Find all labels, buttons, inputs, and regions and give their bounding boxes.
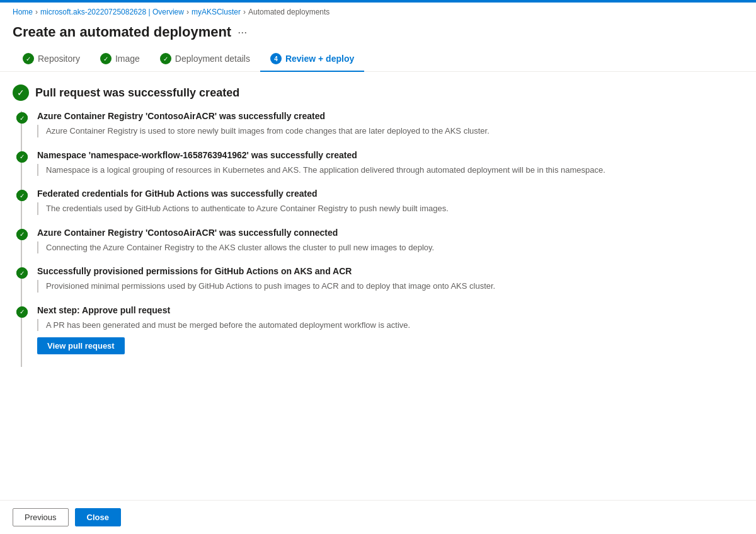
page-title: Create an automated deployment — [13, 24, 231, 40]
acr-connected-desc: Connecting the Azure Container Registry … — [37, 241, 743, 254]
namespace-created-desc: Namespace is a logical grouping of resou… — [37, 164, 743, 177]
page-header: Create an automated deployment ··· — [0, 19, 756, 48]
previous-button[interactable]: Previous — [13, 508, 69, 526]
main-status-check-icon: ✓ — [13, 84, 29, 101]
tab-image-check-icon: ✓ — [100, 53, 112, 64]
namespace-created-dot-icon: ✓ — [16, 151, 28, 163]
main-status: ✓ Pull request was successfully created — [13, 84, 743, 101]
breadcrumb-myakscluster[interactable]: myAKSCluster — [192, 8, 241, 16]
timeline-item-permissions-provisioned: ✓ Successfully provisioned permissions f… — [37, 266, 743, 293]
tab-image-label: Image — [115, 54, 140, 64]
main-status-text: Pull request was successfully created — [35, 86, 239, 100]
permissions-provisioned-dot-icon: ✓ — [16, 267, 28, 279]
breadcrumb: Home › microsoft.aks-20220725082628 | Ov… — [0, 3, 756, 19]
next-step-title: Next step: Approve pull request — [37, 305, 743, 315]
federated-created-desc: The credentials used by GitHub Actions t… — [37, 202, 743, 215]
namespace-created-title: Namespace 'namespace-workflow-1658763941… — [37, 150, 743, 160]
acr-created-desc: Azure Container Registry is used to stor… — [37, 125, 743, 137]
timeline-item-acr-created: ✓ Azure Container Registry 'ContosoAirAC… — [37, 111, 743, 137]
tab-review-deploy-label: Review + deploy — [285, 54, 354, 64]
tab-deployment-details-label: Deployment details — [175, 54, 250, 64]
breadcrumb-current: Automated deployments — [248, 8, 329, 16]
permissions-provisioned-title: Successfully provisioned permissions for… — [37, 266, 743, 276]
breadcrumb-cluster-overview[interactable]: microsoft.aks-20220725082628 | Overview — [40, 8, 184, 16]
breadcrumb-home[interactable]: Home — [13, 8, 33, 16]
tab-repository-label: Repository — [38, 54, 80, 64]
tab-repository[interactable]: ✓ Repository — [13, 48, 90, 72]
footer: Previous Close — [0, 500, 756, 534]
timeline-item-next-step: ✓ Next step: Approve pull request A PR h… — [37, 305, 743, 355]
view-pull-request-button[interactable]: View pull request — [37, 337, 125, 354]
acr-created-dot-icon: ✓ — [16, 112, 28, 124]
permissions-provisioned-desc: Provisioned minimal permissions used by … — [37, 280, 743, 293]
content-area: ✓ Pull request was successfully created … — [0, 72, 756, 500]
tab-deployment-check-icon: ✓ — [160, 53, 171, 64]
close-button[interactable]: Close — [75, 508, 121, 526]
next-step-desc: A PR has been generated and must be merg… — [37, 319, 743, 332]
timeline: ✓ Azure Container Registry 'ContosoAirAC… — [21, 111, 743, 367]
timeline-item-acr-connected: ✓ Azure Container Registry 'ContosoAirAC… — [37, 228, 743, 254]
federated-created-title: Federated credentials for GitHub Actions… — [37, 189, 743, 199]
acr-connected-dot-icon: ✓ — [16, 229, 28, 240]
tab-image[interactable]: ✓ Image — [90, 48, 150, 72]
federated-created-dot-icon: ✓ — [16, 190, 28, 201]
more-options-icon[interactable]: ··· — [238, 26, 247, 39]
tab-repository-check-icon: ✓ — [23, 53, 34, 64]
tab-review-deploy[interactable]: 4 Review + deploy — [260, 48, 364, 72]
next-step-dot-icon: ✓ — [16, 306, 28, 318]
tab-review-num-icon: 4 — [270, 53, 282, 64]
timeline-item-federated-created: ✓ Federated credentials for GitHub Actio… — [37, 189, 743, 215]
tab-deployment-details[interactable]: ✓ Deployment details — [150, 48, 260, 72]
tabs-container: ✓ Repository ✓ Image ✓ Deployment detail… — [0, 48, 756, 72]
acr-created-title: Azure Container Registry 'ContosoAirACR'… — [37, 111, 743, 121]
acr-connected-title: Azure Container Registry 'ContosoAirACR'… — [37, 228, 743, 238]
timeline-item-namespace-created: ✓ Namespace 'namespace-workflow-16587639… — [37, 150, 743, 177]
